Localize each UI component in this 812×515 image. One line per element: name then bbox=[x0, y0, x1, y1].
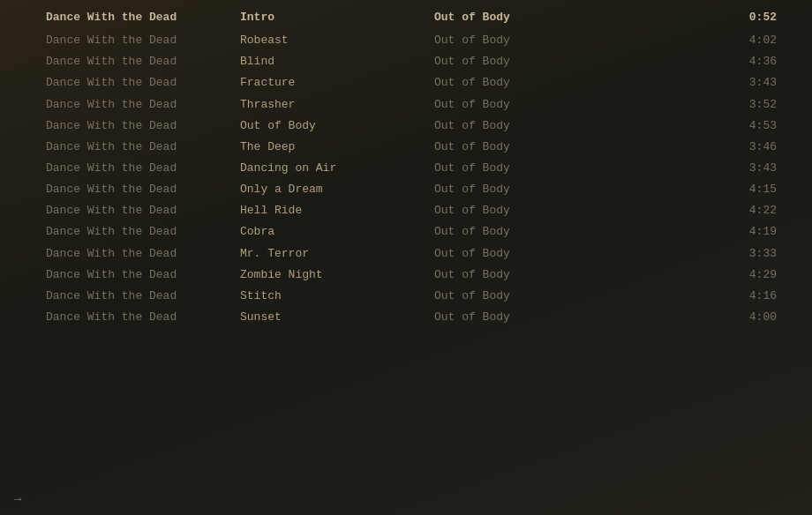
track-row[interactable]: Dance With the DeadDancing on AirOut of … bbox=[0, 158, 812, 179]
track-row[interactable]: Dance With the DeadBlindOut of Body4:36 bbox=[0, 51, 812, 72]
track-artist: Dance With the Dead bbox=[46, 74, 240, 92]
track-row[interactable]: Dance With the DeadStitchOut of Body4:16 bbox=[0, 286, 812, 307]
bottom-arrow: → bbox=[14, 492, 21, 506]
track-title: Mr. Terror bbox=[240, 245, 434, 263]
track-title: The Deep bbox=[240, 138, 434, 156]
track-album: Out of Body bbox=[434, 181, 611, 198]
track-album: Out of Body bbox=[434, 202, 611, 220]
track-artist: Dance With the Dead bbox=[46, 117, 240, 135]
track-artist: Dance With the Dead bbox=[46, 266, 240, 284]
track-title: Out of Body bbox=[240, 117, 434, 135]
track-duration: 3:33 bbox=[611, 245, 794, 263]
track-artist: Dance With the Dead bbox=[46, 309, 240, 326]
header-album: Out of Body bbox=[434, 9, 611, 26]
track-row[interactable]: Dance With the DeadZombie NightOut of Bo… bbox=[0, 265, 812, 286]
track-duration: 4:00 bbox=[611, 309, 794, 326]
track-duration: 3:43 bbox=[611, 160, 794, 177]
track-artist: Dance With the Dead bbox=[46, 223, 240, 241]
track-duration: 3:43 bbox=[611, 74, 794, 92]
track-album: Out of Body bbox=[434, 96, 611, 114]
track-album: Out of Body bbox=[434, 245, 611, 263]
track-title: Only a Dream bbox=[240, 181, 434, 198]
track-duration: 4:53 bbox=[611, 117, 794, 135]
track-row[interactable]: Dance With the DeadOut of BodyOut of Bod… bbox=[0, 116, 812, 137]
track-title: Thrasher bbox=[240, 96, 434, 114]
track-duration: 4:19 bbox=[611, 223, 794, 241]
header-duration: 0:52 bbox=[611, 9, 794, 26]
track-row[interactable]: Dance With the DeadThrasherOut of Body3:… bbox=[0, 94, 812, 116]
track-artist: Dance With the Dead bbox=[46, 202, 240, 220]
track-row[interactable]: Dance With the DeadHell RideOut of Body4… bbox=[0, 200, 812, 221]
track-duration: 4:36 bbox=[611, 53, 794, 71]
track-duration: 4:29 bbox=[611, 266, 794, 284]
track-album: Out of Body bbox=[434, 309, 611, 326]
track-artist: Dance With the Dead bbox=[46, 32, 240, 49]
track-row[interactable]: Dance With the DeadThe DeepOut of Body3:… bbox=[0, 137, 812, 158]
track-duration: 4:02 bbox=[611, 32, 794, 49]
track-title: Blind bbox=[240, 53, 434, 71]
track-title: Zombie Night bbox=[240, 266, 434, 284]
track-album: Out of Body bbox=[434, 266, 611, 284]
header-artist: Dance With the Dead bbox=[46, 9, 240, 26]
track-album: Out of Body bbox=[434, 74, 611, 92]
track-duration: 4:16 bbox=[611, 287, 794, 305]
track-duration: 3:46 bbox=[611, 138, 794, 156]
track-list: Dance With the Dead Intro Out of Body 0:… bbox=[0, 0, 812, 335]
track-title: Robeast bbox=[240, 32, 434, 49]
track-list-header: Dance With the Dead Intro Out of Body 0:… bbox=[0, 7, 812, 28]
track-album: Out of Body bbox=[434, 117, 611, 135]
header-title: Intro bbox=[240, 9, 434, 26]
track-artist: Dance With the Dead bbox=[46, 53, 240, 71]
track-title: Hell Ride bbox=[240, 202, 434, 220]
track-album: Out of Body bbox=[434, 138, 611, 156]
track-title: Stitch bbox=[240, 287, 434, 305]
track-row[interactable]: Dance With the DeadRobeastOut of Body4:0… bbox=[0, 30, 812, 51]
track-album: Out of Body bbox=[434, 223, 611, 241]
track-title: Cobra bbox=[240, 223, 434, 241]
track-row[interactable]: Dance With the DeadFractureOut of Body3:… bbox=[0, 72, 812, 93]
track-artist: Dance With the Dead bbox=[46, 96, 240, 114]
track-duration: 4:15 bbox=[611, 181, 794, 198]
track-title: Dancing on Air bbox=[240, 160, 434, 177]
track-album: Out of Body bbox=[434, 160, 611, 177]
track-row[interactable]: Dance With the DeadOnly a DreamOut of Bo… bbox=[0, 179, 812, 200]
track-title: Sunset bbox=[240, 309, 434, 326]
track-artist: Dance With the Dead bbox=[46, 138, 240, 156]
track-artist: Dance With the Dead bbox=[46, 287, 240, 305]
track-album: Out of Body bbox=[434, 32, 611, 49]
track-title: Fracture bbox=[240, 74, 434, 92]
track-row[interactable]: Dance With the DeadMr. TerrorOut of Body… bbox=[0, 243, 812, 265]
track-row[interactable]: Dance With the DeadCobraOut of Body4:19 bbox=[0, 221, 812, 243]
track-album: Out of Body bbox=[434, 287, 611, 305]
track-duration: 4:22 bbox=[611, 202, 794, 220]
track-duration: 3:52 bbox=[611, 96, 794, 114]
track-album: Out of Body bbox=[434, 53, 611, 71]
track-artist: Dance With the Dead bbox=[46, 181, 240, 198]
track-row[interactable]: Dance With the DeadSunsetOut of Body4:00 bbox=[0, 307, 812, 328]
track-artist: Dance With the Dead bbox=[46, 245, 240, 263]
track-artist: Dance With the Dead bbox=[46, 160, 240, 177]
